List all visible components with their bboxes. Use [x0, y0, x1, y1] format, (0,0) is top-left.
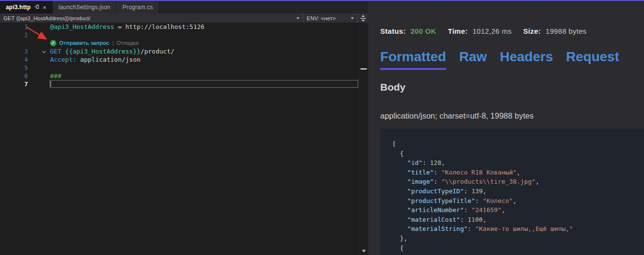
document-tab-bar: api3.http × launchSettings.json Program.… — [0, 1, 368, 13]
response-status-row: Status: 200 OK Time: 1012,26 ms Size: 19… — [380, 27, 587, 35]
chevron-down-icon — [296, 17, 299, 19]
content-type-info: application/json; charset=utf-8, 19988 b… — [380, 111, 534, 121]
line-number: 5 — [0, 64, 28, 72]
pin-icon[interactable] — [34, 4, 39, 11]
send-request-link[interactable]: Отправить запрос — [59, 39, 109, 47]
tab-program-cs[interactable]: Program.cs — [116, 1, 159, 13]
body-heading: Body — [380, 81, 406, 93]
close-icon[interactable]: × — [43, 4, 47, 11]
editor-line-active[interactable]: 7 — [0, 80, 359, 88]
size-value: 19988 bytes — [546, 27, 587, 35]
request-delimiter: ### — [50, 72, 61, 80]
json-line: "image": "\\products\\tire_38.jpg", — [392, 177, 644, 187]
editor-line[interactable]: 2 — [0, 31, 359, 39]
line-number: 6 — [0, 72, 28, 80]
time-label: Time: — [448, 27, 467, 35]
response-panel: Status: 200 OK Time: 1012,26 ms Size: 19… — [368, 1, 644, 255]
editor-scrollbar[interactable] — [359, 23, 368, 255]
json-line: "productTypeTitle": "Колесо", — [392, 196, 644, 206]
tab-api3-http[interactable]: api3.http × — [0, 1, 53, 13]
code-editor[interactable]: 1 @api3_HostAddress = http://localhost:5… — [0, 23, 359, 255]
http-request-toolbar: GET {{api3_HostAddress}}/product/ ENV: <… — [0, 13, 368, 23]
tab-label: launchSettings.json — [59, 4, 111, 11]
tab-launchsettings-json[interactable]: launchSettings.json — [53, 1, 117, 13]
status-value: 200 OK — [411, 27, 437, 35]
env-selector-value: ENV: <нет> — [307, 15, 336, 21]
request-selector-value: GET {{api3_HostAddress}}/product/ — [3, 15, 90, 21]
debug-request-link[interactable]: Отладка — [116, 39, 138, 47]
line-number: 1 — [0, 23, 28, 31]
line-number: 4 — [0, 55, 28, 64]
line-number: 2 — [0, 31, 28, 39]
json-line: }, — [392, 234, 644, 243]
tab-headers[interactable]: Headers — [500, 49, 553, 70]
json-line: "title": "Колесо R18 Кованый", — [392, 168, 644, 177]
codelens-separator: | — [112, 39, 114, 47]
fold-chevron-icon[interactable] — [42, 47, 46, 55]
tab-request[interactable]: Request — [566, 49, 619, 70]
tab-label: api3.http — [6, 4, 31, 11]
scroll-down-arrow-icon[interactable] — [362, 250, 366, 253]
json-line: "productTypeID": 139, — [392, 187, 644, 196]
variable-declaration: @api3_HostAddress — [50, 23, 114, 30]
env-selector[interactable]: ENV: <нет> — [303, 13, 358, 23]
header-name: Accept: — [50, 56, 77, 63]
current-line-border — [50, 80, 358, 88]
variable-reference: {{api3_HostAddress}} — [65, 48, 141, 55]
time-value: 1012,26 ms — [473, 27, 512, 35]
json-line: "articleNumber": "241659", — [392, 205, 644, 215]
tab-formatted[interactable]: Formatted — [380, 49, 446, 70]
response-view-tabs: Formatted Raw Headers Request — [380, 49, 619, 70]
window-accent-border — [0, 0, 644, 1]
response-body-json: [ { "id": 128, "title": "Колесо R18 Кова… — [380, 129, 644, 255]
json-line: [ — [392, 139, 644, 149]
request-selector[interactable]: GET {{api3_HostAddress}}/product/ — [0, 13, 303, 23]
json-line: "id": 128, — [392, 158, 644, 168]
check-icon: ✓ — [50, 40, 56, 46]
json-line: "materialString": "Какие-то шипы,,Ещё ши… — [392, 224, 644, 234]
json-line: { — [392, 149, 644, 159]
text-caret — [51, 81, 51, 87]
split-editor-icon[interactable] — [360, 15, 366, 22]
size-label: Size: — [523, 27, 541, 35]
status-label: Status: — [380, 27, 406, 35]
json-line: "materialCost": 1100, — [392, 215, 644, 225]
editor-line[interactable]: 4 Accept: application/json — [0, 55, 359, 64]
tab-label: Program.cs — [122, 4, 153, 11]
line-number: 7 — [0, 80, 28, 88]
chevron-down-icon — [351, 17, 354, 19]
codelens-row: ✓ Отправить запрос | Отладка — [0, 39, 359, 47]
line-number: 3 — [0, 47, 28, 55]
editor-line[interactable]: 1 @api3_HostAddress = http://localhost:5… — [0, 23, 359, 31]
json-line: { — [392, 243, 644, 253]
tab-raw[interactable]: Raw — [459, 49, 487, 70]
editor-line[interactable]: 6 ### — [0, 72, 359, 80]
caret-position-marker — [361, 68, 367, 69]
editor-line[interactable]: 3 GET {{api3_HostAddress}}/product/ — [0, 47, 359, 55]
http-method: GET — [50, 48, 65, 55]
editor-line[interactable]: 5 — [0, 64, 359, 72]
